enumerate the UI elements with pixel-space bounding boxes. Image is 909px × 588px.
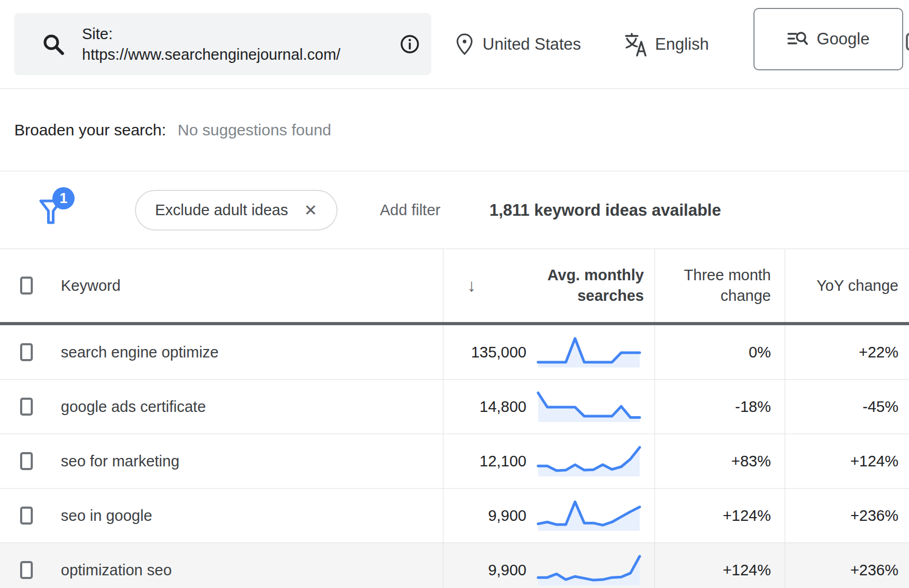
- cut-off-button-edge[interactable]: [906, 33, 909, 51]
- filter-chip-exclude-adult-ideas[interactable]: Exclude adult ideas ✕: [135, 190, 338, 231]
- row-checkbox-cell: [0, 380, 49, 434]
- search-trend-sparkline[interactable]: [536, 500, 642, 531]
- keyword-column-label: Keyword: [61, 277, 121, 295]
- search-trend-sparkline[interactable]: [536, 555, 642, 585]
- column-header-avg-monthly-searches[interactable]: ↓ Avg. monthly searches: [443, 249, 655, 322]
- broaden-search-value: No suggestions found: [178, 121, 331, 139]
- filter-chip-label: Exclude adult ideas: [155, 201, 288, 219]
- search-url-value: https://www.searchenginejournal.com/: [82, 46, 340, 63]
- search-icon: [42, 33, 65, 56]
- column-header-keyword[interactable]: Keyword: [49, 249, 443, 322]
- site-search-input[interactable]: Site: https://www.searchenginejournal.co…: [14, 13, 431, 75]
- location-label: United States: [483, 35, 581, 54]
- table-row: search engine optimize 135,000 0% +22%: [0, 325, 909, 380]
- translate-icon: [624, 32, 647, 57]
- three-month-change-value: -18%: [735, 398, 771, 416]
- filter-count-badge: 1: [52, 187, 75, 209]
- add-filter-button[interactable]: Add filter: [380, 171, 440, 249]
- avg-monthly-searches-value: 9,900: [443, 562, 526, 579]
- row-checkbox-cell: [0, 489, 49, 543]
- column-header-three-month-change[interactable]: Three month change: [655, 249, 785, 322]
- avg-monthly-searches-value: 135,000: [443, 344, 526, 361]
- avg-monthly-searches-cell: 14,800: [443, 380, 655, 434]
- table-row: google ads certificate 14,800 -18% -45%: [0, 380, 909, 434]
- header-checkbox-cell: [0, 249, 49, 322]
- keyword-cell: search engine optimize: [49, 325, 443, 379]
- three-month-change-cell: 0%: [655, 325, 785, 379]
- column-header-yoy-change[interactable]: YoY change: [785, 249, 909, 322]
- yoy-change-cell: +236%: [785, 489, 909, 543]
- table-row: optimization seo 9,900 +124% +236%: [0, 543, 909, 588]
- language-label: English: [655, 35, 709, 54]
- yoy-change-value: +22%: [859, 344, 898, 361]
- row-checkbox-cell: [0, 543, 49, 588]
- broaden-search-label: Broaden your search:: [14, 121, 166, 139]
- three-month-change-cell: -18%: [655, 380, 785, 434]
- keyword-ideas-table: Keyword ↓ Avg. monthly searches Three mo…: [0, 249, 909, 588]
- location-selector[interactable]: United States: [455, 0, 581, 89]
- yoy-change-cell: -45%: [785, 380, 909, 434]
- info-icon[interactable]: [400, 34, 420, 54]
- top-bar: Site: https://www.searchenginejournal.co…: [0, 0, 909, 89]
- three-month-change-cell: +124%: [655, 489, 785, 543]
- search-trend-sparkline[interactable]: [536, 446, 642, 476]
- table-body: search engine optimize 135,000 0% +22% g…: [0, 325, 909, 588]
- keyword-cell: optimization seo: [49, 543, 443, 588]
- location-pin-icon: [455, 33, 474, 56]
- avg-monthly-searches-value: 14,800: [443, 398, 526, 416]
- keyword-text: search engine optimize: [61, 344, 219, 361]
- network-label: Google: [817, 30, 870, 49]
- yoy-change-value: -45%: [862, 398, 898, 416]
- table-row: seo in google 9,900 +124% +236%: [0, 489, 909, 543]
- keyword-ideas-count: 1,811 keyword ideas available: [489, 171, 721, 249]
- table-row: seo for marketing 12,100 +83% +124%: [0, 434, 909, 489]
- row-checkbox[interactable]: [20, 507, 33, 525]
- avg-monthly-searches-value: 12,100: [443, 453, 526, 470]
- row-checkbox[interactable]: [20, 452, 33, 470]
- filter-bar: 1 Exclude adult ideas ✕ Add filter 1,811…: [0, 171, 909, 249]
- avg-monthly-searches-column-label: Avg. monthly searches: [528, 265, 644, 306]
- keyword-text: seo in google: [61, 507, 152, 525]
- search-trend-sparkline[interactable]: [536, 337, 642, 368]
- row-checkbox-cell: [0, 325, 49, 379]
- avg-monthly-searches-cell: 135,000: [443, 325, 655, 379]
- site-search-value: Site: https://www.searchenginejournal.co…: [82, 24, 400, 65]
- three-month-change-value: +83%: [731, 453, 771, 470]
- yoy-change-value: +124%: [850, 453, 898, 470]
- language-selector[interactable]: English: [624, 0, 709, 89]
- three-month-change-cell: +124%: [655, 543, 785, 588]
- avg-monthly-searches-cell: 12,100: [443, 434, 655, 488]
- broaden-search-bar: Broaden your search: No suggestions foun…: [0, 89, 909, 171]
- row-checkbox[interactable]: [20, 561, 33, 579]
- search-network-icon: [787, 30, 808, 48]
- row-checkbox[interactable]: [20, 398, 33, 416]
- filter-button[interactable]: 1: [39, 199, 76, 236]
- ideas-count-label: 1,811 keyword ideas available: [489, 201, 721, 220]
- three-month-change-cell: +83%: [655, 434, 785, 488]
- add-filter-label: Add filter: [380, 201, 440, 219]
- search-network-selector[interactable]: Google: [753, 8, 903, 70]
- three-month-change-value: 0%: [749, 344, 771, 361]
- sort-descending-icon[interactable]: ↓: [467, 275, 476, 296]
- search-prefix-label: Site:: [82, 25, 113, 42]
- yoy-change-column-label: YoY change: [816, 277, 898, 295]
- keyword-text: google ads certificate: [61, 398, 206, 416]
- avg-monthly-searches-value: 9,900: [443, 507, 526, 525]
- table-header-row: Keyword ↓ Avg. monthly searches Three mo…: [0, 249, 909, 325]
- avg-monthly-searches-cell: 9,900: [443, 489, 655, 543]
- search-trend-sparkline[interactable]: [536, 391, 642, 422]
- three-month-change-value: +124%: [723, 507, 771, 525]
- yoy-change-cell: +236%: [785, 543, 909, 588]
- three-month-change-column-label: Three month change: [676, 265, 771, 306]
- row-checkbox-cell: [0, 434, 49, 488]
- keyword-cell: google ads certificate: [49, 380, 443, 434]
- select-all-checkbox[interactable]: [20, 277, 33, 295]
- row-checkbox[interactable]: [20, 343, 33, 361]
- close-icon[interactable]: ✕: [304, 201, 317, 219]
- yoy-change-cell: +124%: [785, 434, 909, 488]
- yoy-change-cell: +22%: [785, 325, 909, 379]
- avg-monthly-searches-cell: 9,900: [443, 543, 655, 588]
- yoy-change-value: +236%: [850, 507, 898, 525]
- three-month-change-value: +124%: [723, 562, 771, 579]
- yoy-change-value: +236%: [850, 562, 898, 579]
